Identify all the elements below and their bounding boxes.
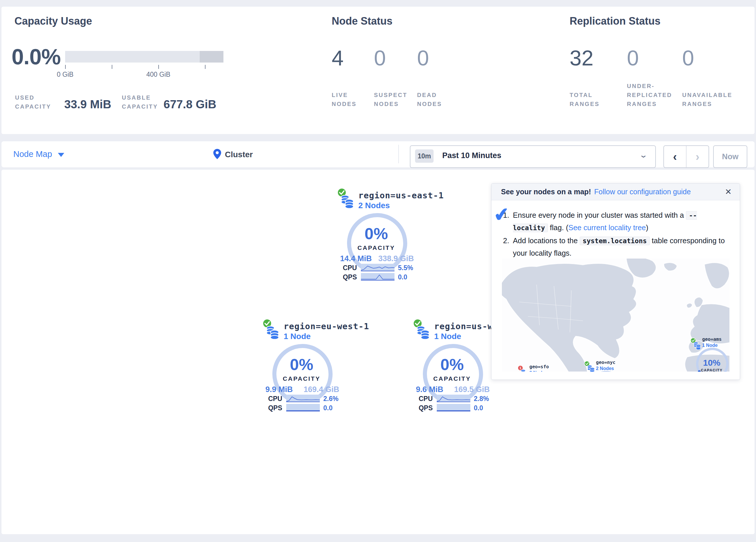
- qps-value: 0.0: [323, 404, 333, 412]
- total-capacity: 338.9 GiB: [378, 254, 414, 263]
- capacity-word: CAPACITY: [333, 244, 420, 251]
- node-count-link[interactable]: 2 Nodes: [358, 201, 390, 210]
- node-region-label: region=eu-west-1: [284, 322, 369, 331]
- code-chip: system.locations: [580, 236, 650, 245]
- capacity-word: CAPACITY: [689, 368, 730, 372]
- replication-status-title: Replication Status: [570, 15, 660, 27]
- node-group-sfo: 1 geo=sfo 2 Nodes 9% CAPACITY 3.2 GiB35.…: [516, 363, 565, 372]
- metric-value: 32: [570, 46, 593, 70]
- metric-label: UNDER- REPLICATED RANGES: [627, 82, 672, 109]
- setup-step: 2.Add locations to the system.locations …: [503, 234, 728, 259]
- location-pin-icon: [213, 149, 221, 160]
- capacity-usage-title: Capacity Usage: [14, 15, 92, 27]
- node-count-link[interactable]: 1 Node: [434, 332, 461, 341]
- time-range-badge: 10m: [415, 149, 434, 163]
- chevron-down-icon[interactable]: [58, 153, 64, 157]
- capacity-word: CAPACITY: [258, 375, 345, 382]
- sparkline: [361, 273, 394, 281]
- cpu-sparkline: [437, 395, 470, 403]
- sparkline: [437, 404, 470, 412]
- node-region-label: geo=sfo: [529, 364, 549, 370]
- sparkline: [437, 395, 470, 402]
- usable-capacity-value: 677.8 GiB: [164, 98, 216, 111]
- qps-label: QPS: [258, 404, 282, 412]
- capacity-percent: 0%: [333, 224, 420, 243]
- qps-value: 0.0: [398, 273, 407, 281]
- used-capacity: 14.4 MiB: [340, 254, 372, 263]
- metric-label: LIVE NODES: [332, 91, 357, 109]
- metric-label: TOTAL RANGES: [570, 91, 600, 109]
- capacity-percent: 0%: [409, 355, 496, 374]
- database-icon: [416, 326, 430, 339]
- node-group-us-east-1: region=us-east-1 2 Nodes 0% CAPACITY 14.…: [333, 187, 420, 285]
- capacity-bar-reserved: [200, 51, 223, 63]
- node-count-link[interactable]: 2 Nodes: [529, 370, 547, 372]
- total-capacity: 169.4 GiB: [304, 385, 339, 394]
- time-back-button[interactable]: ‹: [664, 146, 687, 167]
- total-capacity: 169.5 GiB: [454, 385, 490, 394]
- cpu-label: CPU: [333, 264, 357, 272]
- used-capacity: 9.9 MiB: [265, 385, 293, 394]
- close-icon[interactable]: ✕: [725, 187, 732, 196]
- metric-label: UNAVAILABLE RANGES: [682, 91, 732, 109]
- capacity-percent: 10%: [689, 358, 730, 368]
- qps-value: 0.0: [474, 404, 483, 412]
- node-region-label: geo=nyc: [596, 360, 615, 365]
- configuration-guide-link[interactable]: Follow our configuration guide: [594, 187, 691, 196]
- metric-label: SUSPECT NODES: [374, 91, 407, 109]
- node-region-label: geo=ams: [702, 337, 722, 342]
- capacity-word: CAPACITY: [409, 375, 496, 382]
- metric-value: 0: [627, 46, 639, 70]
- toolbar-divider: [398, 145, 399, 163]
- check-mark-icon: ✔: [493, 203, 510, 226]
- sparkline: [286, 395, 320, 402]
- used-capacity: 9.6 MiB: [416, 385, 443, 394]
- chevron-down-icon: ⌄: [639, 150, 648, 159]
- node-map-page: Capacity Usage 0.0% 0 GiB 400 GiB USED C…: [0, 0, 756, 542]
- time-range-label: Past 10 Minutes: [442, 151, 501, 160]
- cpu-value: 2.6%: [323, 395, 338, 403]
- cpu-label: CPU: [409, 395, 433, 403]
- qps-sparkline: [437, 404, 470, 413]
- metric-value: 0: [374, 46, 386, 70]
- capacity-bar: [65, 51, 223, 63]
- time-forward-button[interactable]: ›: [687, 146, 709, 167]
- used-capacity-label: USED CAPACITY: [15, 93, 51, 111]
- database-icon: [520, 369, 529, 372]
- node-group-nyc: geo=nyc 2 Nodes 6% CAPACITY 3.7 GiB65.7 …: [582, 359, 632, 372]
- qps-sparkline: [286, 404, 320, 413]
- breadcrumb[interactable]: Cluster: [225, 150, 253, 159]
- now-button[interactable]: Now: [713, 145, 747, 168]
- capacity-tick-label-0: 0 GiB: [54, 71, 77, 78]
- setup-steps: 1.Ensure every node in your cluster was …: [503, 209, 728, 260]
- metric-value: 4: [332, 46, 344, 70]
- qps-sparkline: [361, 273, 394, 282]
- sparkline: [361, 264, 394, 271]
- capacity-tick: [65, 65, 66, 69]
- database-icon: [266, 326, 280, 339]
- node-map-setup-popup: See your nodes on a map! Follow our conf…: [491, 183, 740, 380]
- cpu-sparkline: [286, 395, 320, 403]
- usable-capacity-label: USABLE CAPACITY: [122, 93, 158, 111]
- node-region-label: region=us-east-1: [358, 190, 444, 200]
- qps-label: QPS: [409, 404, 433, 412]
- cpu-value: 2.8%: [474, 395, 489, 403]
- locality-tree-link[interactable]: See current locality tree: [568, 223, 646, 231]
- qps-label: QPS: [333, 273, 357, 281]
- time-step-buttons: ‹ ›: [663, 145, 709, 168]
- world-map-preview: 1 geo=sfo 2 Nodes 9% CAPACITY 3.2 GiB35.…: [502, 258, 730, 372]
- metric-value: 0: [417, 46, 429, 70]
- footer-strip: [0, 534, 756, 542]
- database-icon: [340, 194, 354, 208]
- capacity-tick: [112, 65, 112, 69]
- node-count-link[interactable]: 1 Node: [284, 332, 311, 341]
- node-status-title: Node Status: [332, 15, 392, 27]
- capacity-tick: [205, 65, 205, 69]
- capacity-tick-label-400: 400 GiB: [141, 71, 176, 78]
- cpu-sparkline: [361, 264, 394, 273]
- metric-value: 0: [682, 46, 694, 70]
- capacity-percent: 0.0%: [12, 44, 60, 69]
- capacity-tick: [158, 65, 159, 69]
- node-group-ams: geo=ams 1 Node 10% CAPACITY 3.6 GiB34.4 …: [689, 336, 730, 372]
- view-selector[interactable]: Node Map: [13, 149, 52, 159]
